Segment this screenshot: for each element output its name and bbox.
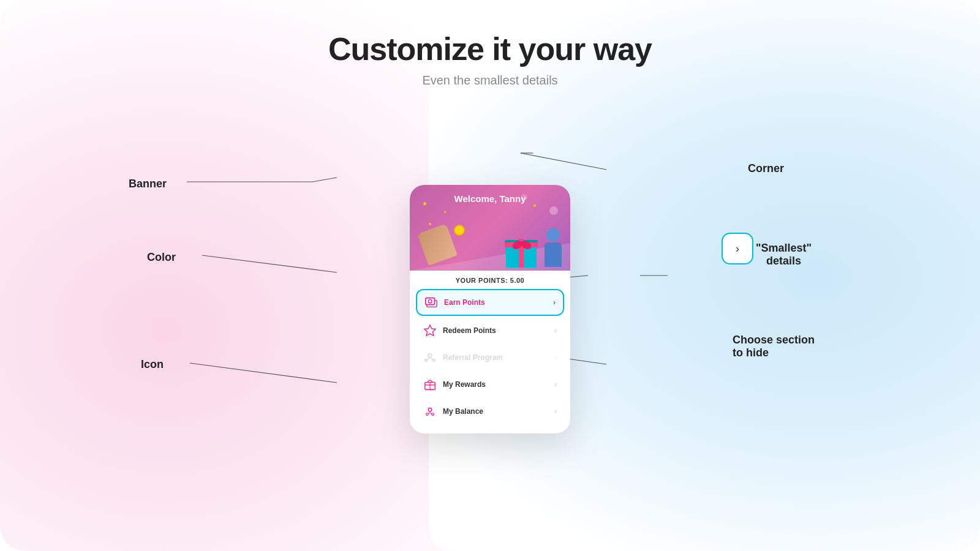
svg-point-5: [433, 359, 435, 362]
star-icon-2: ★: [428, 222, 432, 227]
svg-point-1: [428, 299, 432, 303]
referral-program-item[interactable]: Referral Program ›: [416, 345, 564, 370]
redeem-points-label: Redeem Points: [443, 326, 554, 335]
my-rewards-icon: [423, 378, 437, 391]
arrow-preview-box: ›: [722, 233, 753, 264]
page-subtitle: Even the smallest details: [0, 73, 980, 88]
color-annotation: Color: [147, 251, 176, 264]
person-head: [546, 228, 560, 241]
referral-label: Referral Program: [443, 353, 554, 362]
my-rewards-item[interactable]: My Rewards ›: [416, 372, 564, 397]
star-icon-1: ★: [422, 200, 428, 207]
banner-section: Welcome, Tanny ★ ★ ★ ★ ★: [410, 185, 570, 271]
hand-illustration: [422, 228, 465, 264]
my-rewards-label: My Rewards: [443, 380, 554, 389]
person-silhouette: [541, 228, 565, 271]
coin-shape: [454, 225, 465, 236]
my-balance-item[interactable]: My Balance ›: [416, 399, 564, 424]
earn-points-arrow: ›: [553, 298, 556, 307]
earn-points-label: Earn Points: [444, 298, 553, 307]
redeem-points-arrow: ›: [554, 326, 557, 335]
smallest-annotation: "Smallest"details: [756, 242, 812, 268]
phone-widget: Welcome, Tanny ★ ★ ★ ★ ★: [410, 185, 570, 433]
gift-box-illustration: [506, 237, 540, 268]
star-icon-5: ★: [533, 203, 537, 208]
svg-point-4: [425, 359, 428, 362]
person-body: [545, 242, 562, 267]
content-area: Banner Color Icon Corner "Smallest"detai…: [74, 104, 907, 514]
star-icon-3: ★: [443, 209, 447, 214]
earn-points-item[interactable]: Earn Points ›: [416, 289, 564, 316]
redeem-points-item[interactable]: Redeem Points ›: [416, 318, 564, 343]
bubble-1: [549, 206, 558, 215]
svg-line-14: [521, 153, 606, 170]
hand-shape: [417, 223, 458, 266]
my-balance-label: My Balance: [443, 407, 554, 416]
svg-line-12: [202, 255, 337, 272]
redeem-points-icon: [423, 324, 437, 337]
points-label: YOUR POINTS: 5.00: [410, 271, 570, 289]
main-container: Customize it your way Even the smallest …: [0, 0, 980, 551]
icon-annotation: Icon: [141, 358, 164, 371]
svg-marker-2: [424, 325, 435, 335]
bubble-2: [521, 194, 527, 200]
svg-point-8: [426, 413, 429, 416]
svg-point-9: [432, 413, 434, 416]
my-rewards-arrow: ›: [554, 380, 557, 389]
svg-point-3: [428, 354, 432, 358]
arrow-icon: ›: [736, 242, 739, 255]
svg-line-13: [190, 363, 337, 383]
header: Customize it your way Even the smallest …: [0, 0, 980, 88]
svg-point-7: [428, 408, 432, 412]
svg-rect-0: [426, 298, 435, 305]
svg-line-11: [312, 178, 337, 182]
earn-points-icon: [424, 296, 438, 309]
corner-annotation: Corner: [748, 162, 784, 175]
page-title: Customize it your way: [0, 31, 980, 67]
banner-annotation: Banner: [129, 178, 167, 190]
referral-icon: [423, 351, 437, 364]
my-balance-icon: [423, 405, 437, 418]
choose-annotation: Choose sectionto hide: [733, 334, 815, 359]
menu-list: Earn Points › Redeem Points ›: [410, 289, 570, 433]
welcome-text: Welcome, Tanny: [454, 193, 526, 204]
referral-arrow: ›: [554, 353, 557, 362]
my-balance-arrow: ›: [554, 407, 557, 416]
